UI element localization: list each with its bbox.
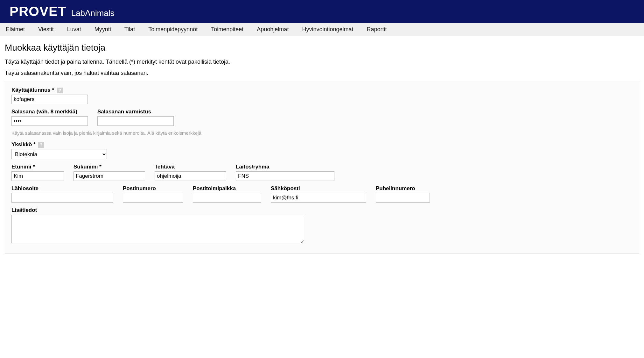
help-icon[interactable]: ? <box>38 142 44 148</box>
nav-luvat[interactable]: Luvat <box>67 26 81 33</box>
user-form: Käyttäjätunnus * ? Salasana (väh. 8 merk… <box>5 81 639 254</box>
department-field[interactable] <box>236 171 334 181</box>
city-field[interactable] <box>193 193 261 203</box>
address-field[interactable] <box>11 193 113 203</box>
email-label: Sähköposti <box>271 185 366 192</box>
postalcode-field[interactable] <box>123 193 183 203</box>
password-confirm-field[interactable] <box>97 116 174 126</box>
nav-myynti[interactable]: Myynti <box>94 26 111 33</box>
password-label: Salasana (väh. 8 merkkiä) <box>11 109 88 115</box>
city-label: Postitoimipaikka <box>193 185 261 192</box>
page-title: Muokkaa käyttäjän tietoja <box>5 43 639 53</box>
help-icon[interactable]: ? <box>57 88 63 93</box>
nav-toimenpiteet[interactable]: Toimenpiteet <box>211 26 243 33</box>
firstname-field[interactable] <box>11 171 64 181</box>
nav-toimenpidepyynnot[interactable]: Toimenpidepyynnöt <box>148 26 198 33</box>
email-field[interactable] <box>271 193 366 203</box>
role-label: Tehtävä <box>155 164 226 170</box>
notes-label: Lisätiedot <box>11 207 304 213</box>
instruction-2: Täytä salasanakenttä vain, jos haluat va… <box>5 70 639 76</box>
department-label: Laitos/ryhmä <box>236 164 334 170</box>
lastname-field[interactable] <box>74 171 145 181</box>
nav-raportit[interactable]: Raportit <box>367 26 387 33</box>
phone-field[interactable] <box>376 193 430 203</box>
nav-elaimet[interactable]: Eläimet <box>6 26 25 33</box>
nav-tilat[interactable]: Tilat <box>124 26 135 33</box>
brand-sub: LabAnimals <box>71 8 115 18</box>
password-hint: Käytä salasanassa vain isoja ja pieniä k… <box>11 130 633 136</box>
page-content: Muokkaa käyttäjän tietoja Täytä käyttäjä… <box>0 36 644 260</box>
lastname-label: Sukunimi * <box>74 164 145 170</box>
unit-label: Yksikkö * ? <box>11 141 107 148</box>
role-field[interactable] <box>155 171 226 181</box>
address-label: Lähiosoite <box>11 185 113 192</box>
unit-select[interactable]: Bioteknia <box>11 149 107 159</box>
brand-name: PROVET <box>10 4 66 19</box>
app-header: PROVET LabAnimals <box>0 0 644 23</box>
phone-label: Puhelinnumero <box>376 185 430 192</box>
postalcode-label: Postinumero <box>123 185 183 192</box>
password-field[interactable] <box>11 116 88 126</box>
firstname-label: Etunimi * <box>11 164 64 170</box>
nav-hyvinvointiongelmat[interactable]: Hyvinvointiongelmat <box>302 26 353 33</box>
username-field[interactable] <box>11 95 88 104</box>
username-label: Käyttäjätunnus * ? <box>11 87 88 93</box>
password-confirm-label: Salasanan varmistus <box>97 109 174 115</box>
nav-apuohjelmat[interactable]: Apuohjelmat <box>257 26 289 33</box>
instruction-1: Täytä käyttäjän tiedot ja paina tallenna… <box>5 59 639 65</box>
nav-viestit[interactable]: Viestit <box>38 26 54 33</box>
main-nav: Eläimet Viestit Luvat Myynti Tilat Toime… <box>0 23 644 36</box>
notes-field[interactable] <box>11 215 304 243</box>
